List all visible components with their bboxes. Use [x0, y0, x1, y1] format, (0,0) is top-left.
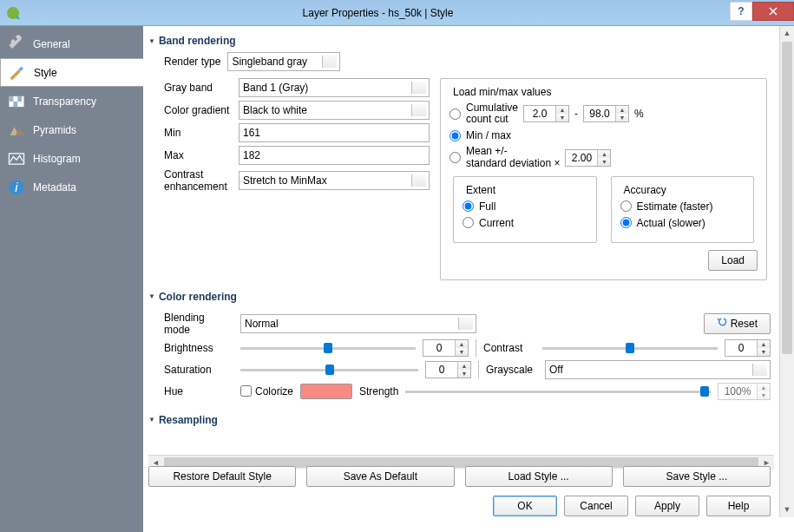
sidebar-item-label: Transparency — [33, 95, 96, 108]
load-minmax-fieldset: Load min/max values Cumulative count cut… — [440, 78, 767, 280]
vertical-scrollbar[interactable]: ▲▼ — [779, 26, 794, 517]
color-gradient-combo[interactable]: Black to white — [239, 101, 430, 120]
minmax-radio[interactable] — [449, 130, 461, 141]
load-minmax-title: Load min/max values — [449, 86, 554, 98]
sidebar-item-label: Histogram — [33, 153, 81, 165]
section-band-rendering[interactable]: Band rendering — [148, 31, 771, 50]
title-help-button[interactable]: ? — [730, 2, 752, 21]
sidebar-item-label: Pyramids — [33, 124, 76, 136]
contrast-label: Contrastenhancement — [164, 168, 233, 194]
sidebar-item-label: Style — [34, 67, 57, 79]
cancel-button[interactable]: Cancel — [564, 496, 628, 516]
grayscale-combo[interactable]: Off — [545, 360, 771, 379]
saturation-label: Saturation — [164, 364, 233, 376]
gray-band-label: Gray band — [164, 82, 233, 94]
contrast-spin[interactable]: ▲▼ — [725, 339, 771, 357]
sidebar-item-label: Metadata — [33, 181, 76, 194]
undo-icon — [717, 317, 727, 330]
color-gradient-label: Color gradient — [164, 104, 233, 116]
blending-label: Blending mode — [164, 312, 233, 336]
sidebar-item-metadata[interactable]: i Metadata — [0, 173, 143, 201]
sidebar: General Style Transparency Pyramids Hist… — [0, 26, 143, 532]
section-resampling[interactable]: Resampling — [148, 410, 771, 430]
hue-label: Hue — [164, 385, 233, 397]
window-title: Layer Properties - hs_50k | Style — [26, 7, 730, 19]
saturation-spin[interactable]: ▲▼ — [425, 361, 471, 378]
sidebar-item-histogram[interactable]: Histogram — [0, 144, 143, 173]
cum-hi-spin[interactable]: ▲▼ — [583, 105, 629, 122]
save-style-button[interactable]: Save Style ... — [623, 466, 771, 487]
help-button[interactable]: Help — [706, 496, 771, 516]
qgis-icon — [5, 5, 21, 21]
wrench-icon — [7, 36, 26, 52]
contrast-slider[interactable] — [542, 341, 718, 355]
info-icon: i — [7, 180, 26, 195]
min-input[interactable] — [239, 123, 430, 142]
strength-spin[interactable]: ▲▼ — [718, 383, 771, 400]
contrast-combo[interactable]: Stretch to MinMax — [239, 171, 430, 190]
render-type-combo[interactable]: Singleband gray — [227, 52, 340, 71]
accuracy-estimate-radio[interactable] — [620, 200, 632, 212]
saturation-slider[interactable] — [240, 363, 418, 377]
save-default-button[interactable]: Save As Default — [306, 466, 454, 487]
max-input[interactable] — [239, 146, 430, 165]
max-label: Max — [164, 149, 233, 161]
strength-slider[interactable] — [405, 384, 711, 398]
extent-current-radio[interactable] — [463, 217, 474, 228]
pyramids-icon — [7, 122, 26, 138]
cum-lo-spin[interactable]: ▲▼ — [523, 105, 569, 122]
load-button[interactable]: Load — [708, 250, 758, 271]
colorize-swatch[interactable] — [300, 384, 352, 399]
accuracy-actual-radio[interactable] — [620, 217, 632, 228]
svg-rect-3 — [9, 95, 13, 101]
svg-rect-4 — [17, 95, 22, 101]
section-color-rendering[interactable]: Color rendering — [148, 287, 771, 306]
grayscale-label: Grayscale — [486, 364, 538, 376]
restore-default-button[interactable]: Restore Default Style — [148, 466, 296, 487]
meanstd-spin[interactable]: ▲▼ — [565, 149, 611, 167]
accuracy-fieldset: Accuracy Estimate (faster) Actual (slowe… — [611, 176, 755, 243]
checker-icon — [7, 94, 26, 109]
brush-icon — [8, 65, 27, 81]
ok-button[interactable]: OK — [493, 496, 557, 516]
gray-band-combo[interactable]: Band 1 (Gray) — [239, 78, 430, 97]
content-pane: Band rendering Render type Singleband gr… — [143, 26, 779, 532]
brightness-slider[interactable] — [240, 341, 416, 355]
close-button[interactable] — [752, 2, 794, 21]
brightness-label: Brightness — [164, 342, 233, 354]
title-bar: Layer Properties - hs_50k | Style ? — [0, 0, 794, 26]
load-style-button[interactable]: Load Style ... — [465, 466, 613, 487]
min-label: Min — [164, 127, 233, 139]
meanstd-label: Mean +/- standard deviation × — [466, 146, 560, 168]
sidebar-item-label: General — [33, 38, 70, 50]
render-type-label: Render type — [164, 56, 220, 68]
brightness-spin[interactable]: ▲▼ — [423, 339, 469, 357]
sidebar-item-style[interactable]: Style — [0, 58, 144, 87]
svg-rect-5 — [13, 102, 17, 107]
histogram-icon — [7, 151, 26, 167]
sidebar-item-pyramids[interactable]: Pyramids — [0, 115, 143, 144]
sidebar-item-transparency[interactable]: Transparency — [0, 87, 143, 115]
band-form: Gray band Band 1 (Gray) Color gradient B… — [164, 78, 430, 194]
cumulative-label: Cumulative count cut — [466, 102, 518, 125]
extent-full-radio[interactable] — [463, 200, 474, 212]
extent-fieldset: Extent Full Current — [453, 176, 597, 243]
cumulative-radio[interactable] — [449, 108, 461, 120]
reset-button[interactable]: Reset — [704, 313, 771, 334]
apply-button[interactable]: Apply — [635, 496, 699, 516]
colorize-checkbox[interactable]: Colorize — [240, 385, 293, 397]
contrast-label: Contrast — [483, 342, 535, 354]
minmax-label: Min / max — [466, 129, 511, 141]
sidebar-item-general[interactable]: General — [0, 30, 143, 58]
meanstd-radio[interactable] — [449, 152, 461, 163]
strength-label: Strength — [359, 385, 398, 397]
blending-combo[interactable]: Normal — [240, 314, 476, 333]
